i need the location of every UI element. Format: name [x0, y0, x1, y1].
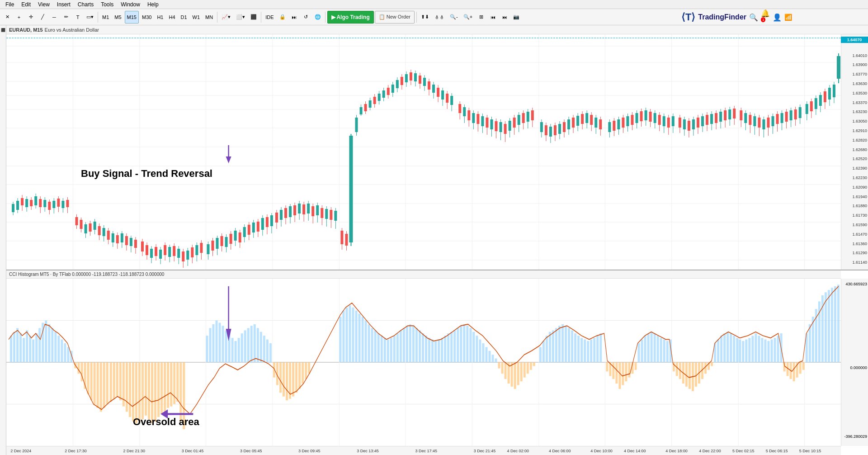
tb-text[interactable]: T	[72, 11, 83, 24]
menu-tools[interactable]: Tools	[97, 1, 117, 8]
tf-m1[interactable]: M1	[100, 11, 111, 24]
svg-rect-509	[422, 333, 424, 362]
svg-rect-423	[100, 362, 102, 412]
tb-zoom-in[interactable]: 🔍+	[461, 11, 475, 24]
lt-btn1[interactable]: ⬛	[0, 27, 6, 33]
svg-rect-601	[720, 336, 722, 362]
svg-rect-502	[400, 330, 402, 362]
tb-chart-type3[interactable]: ⬛	[248, 11, 259, 24]
tb-cursor[interactable]: ✕	[2, 11, 13, 24]
svg-rect-265	[572, 118, 575, 128]
svg-rect-399	[23, 338, 25, 362]
svg-rect-469	[266, 340, 269, 362]
menu-view[interactable]: View	[34, 1, 53, 8]
svg-rect-458	[231, 338, 234, 362]
tf-m30[interactable]: M30	[140, 11, 154, 24]
svg-rect-155	[311, 206, 314, 216]
menu-file[interactable]: File	[2, 1, 18, 8]
svg-rect-638	[837, 284, 840, 362]
price-chart[interactable]: Buy Signal - Trend Reversal	[6, 34, 841, 270]
price-label-12: 1.62520	[852, 156, 867, 161]
svg-rect-558	[580, 338, 583, 362]
svg-rect-197	[410, 72, 412, 81]
new-order-btn[interactable]: 📋 New Order	[375, 11, 415, 24]
indicator-header: CCI Histogram MT5 · By TFlab 0.000000 -1…	[6, 270, 841, 279]
menu-window[interactable]: Window	[117, 1, 144, 8]
svg-rect-225	[476, 114, 479, 124]
time-label-2: 2 Dec 21:30	[123, 449, 145, 453]
svg-rect-285	[622, 118, 624, 128]
svg-rect-503	[403, 328, 405, 362]
tf-mn[interactable]: MN	[203, 11, 215, 24]
svg-rect-568	[615, 362, 618, 384]
svg-rect-87	[155, 247, 157, 256]
search-icon[interactable]: 🔍	[749, 13, 758, 22]
algo-trading-btn[interactable]: ▶ Algo Trading	[327, 11, 374, 24]
tb-vol[interactable]: ⬆⬇	[419, 11, 431, 24]
svg-rect-440	[154, 362, 156, 422]
notification-icon[interactable]: 🔔1	[761, 9, 770, 26]
tb-ide[interactable]: IDE	[263, 11, 276, 24]
svg-rect-486	[349, 305, 351, 362]
price-label-13: 1.62390	[852, 166, 867, 171]
svg-rect-526	[476, 336, 478, 362]
svg-rect-397	[16, 328, 19, 362]
svg-rect-137	[270, 215, 273, 226]
tb-hline[interactable]: ─	[49, 11, 60, 24]
tb-lock[interactable]: 🔒	[277, 11, 288, 24]
menu-help[interactable]: Help	[144, 1, 162, 8]
left-toolbar: ⬛	[0, 25, 6, 455]
tb-prev[interactable]: ⏮	[487, 11, 498, 24]
svg-rect-466	[257, 328, 259, 362]
tb-shapes[interactable]: ▭▾	[84, 11, 96, 24]
svg-rect-408	[51, 328, 53, 362]
tf-w1[interactable]: W1	[190, 11, 203, 24]
svg-rect-506	[412, 326, 415, 362]
tb-screenshot[interactable]: 📷	[511, 11, 522, 24]
user-icon[interactable]: 👤	[773, 13, 782, 22]
svg-rect-343	[758, 118, 760, 128]
tb-next[interactable]: ⏭	[499, 11, 510, 24]
menu-charts[interactable]: Charts	[74, 1, 97, 8]
svg-rect-507	[415, 328, 418, 362]
tf-h4[interactable]: H4	[166, 11, 177, 24]
svg-rect-450	[206, 336, 208, 362]
menu-insert[interactable]: Insert	[53, 1, 74, 8]
tb-fwd[interactable]: ⏭	[289, 11, 300, 24]
svg-rect-532	[495, 359, 497, 362]
tb-add[interactable]: +	[14, 11, 24, 24]
tf-m15[interactable]: M15	[125, 11, 139, 24]
svg-rect-47	[57, 199, 60, 207]
indicator-axis: 430.665923 0.000000 -396.280029	[841, 279, 868, 446]
svg-rect-449	[183, 362, 185, 429]
svg-rect-530	[488, 351, 491, 362]
tf-d1[interactable]: D1	[179, 11, 189, 24]
tb-grid[interactable]: ⊞	[476, 11, 486, 24]
tf-m5[interactable]: M5	[112, 11, 123, 24]
svg-rect-531	[491, 355, 494, 362]
tf-h1[interactable]: H1	[155, 11, 165, 24]
tb-pencil[interactable]: ✏	[61, 11, 71, 24]
indicator-chart[interactable]: Oversold area	[6, 279, 841, 446]
svg-rect-63	[98, 226, 101, 235]
tb-crosshair[interactable]: ✛	[25, 11, 36, 24]
svg-rect-483	[339, 317, 341, 362]
svg-rect-460	[238, 338, 240, 362]
svg-rect-512	[431, 340, 434, 362]
svg-rect-627	[802, 362, 805, 370]
svg-rect-99	[182, 251, 184, 261]
svg-rect-151	[302, 204, 305, 214]
svg-rect-605	[733, 336, 735, 362]
tb-chart-type1[interactable]: 📈▾	[219, 11, 233, 24]
svg-rect-452	[212, 324, 214, 362]
tb-chart-type2[interactable]: ⬜▾	[234, 11, 247, 24]
svg-rect-468	[263, 336, 265, 362]
tb-candlestick[interactable]: 🕯🕯	[432, 11, 447, 24]
tb-refresh[interactable]: ↺	[301, 11, 311, 24]
tb-line[interactable]: ╱	[37, 11, 48, 24]
tb-zoom-out[interactable]: 🔍-	[448, 11, 460, 24]
menu-edit[interactable]: Edit	[18, 1, 34, 8]
tb-globe[interactable]: 🌐	[312, 11, 323, 24]
svg-rect-65	[103, 228, 105, 236]
svg-rect-587	[676, 362, 678, 376]
